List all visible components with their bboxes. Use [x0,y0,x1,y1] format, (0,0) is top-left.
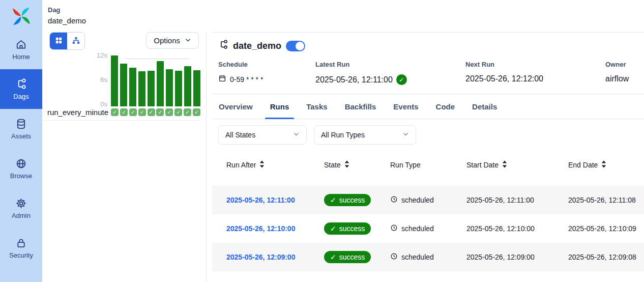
graph-view-button[interactable] [67,33,84,49]
task-instance-success-badge[interactable]: ✓ [138,108,146,116]
tab-details[interactable]: Details [472,94,497,119]
tab-events[interactable]: Events [393,94,418,119]
success-check-icon: ✓ [396,74,407,85]
airflow-logo[interactable] [0,0,42,30]
run-type-filter-select[interactable]: All Run Types [314,125,416,145]
run-after-link[interactable]: 2025-05-26, 12:10:00 [226,224,295,233]
duration-bar[interactable] [138,71,145,106]
state-badge: ✓success [324,194,371,206]
sidebar-item-label: Browse [10,172,32,180]
column-header-run-after[interactable]: Run After [226,160,265,170]
run-filters: All States All Run Types [218,125,644,145]
sort-icon [259,160,265,170]
state-badge: ✓success [324,251,371,263]
run-type-value: scheduled [401,224,434,233]
sidebar-item-assets[interactable]: Assets [0,109,42,149]
runs-table-header: Run AfterStateRun TypeStart DateEnd Date [212,154,644,176]
column-header-state[interactable]: State [324,160,349,170]
options-button[interactable]: Options [146,32,199,49]
dag-title: date_demo [233,41,281,51]
task-instance-success-badge[interactable]: ✓ [129,108,137,116]
view-toggle-group [49,32,85,50]
duration-bar[interactable] [129,68,136,106]
duration-bar[interactable] [120,64,127,106]
task-instance-success-badge[interactable]: ✓ [111,108,119,116]
home-icon [15,39,27,50]
panel-resize-divider[interactable] [206,32,207,282]
duration-bar[interactable] [193,70,200,106]
info-latest-run: Latest Run2025-05-26, 12:11:00✓ [315,61,465,85]
chevron-down-icon [293,131,300,139]
toggle-knob [296,42,304,50]
tab-runs[interactable]: Runs [270,94,289,119]
options-button-label: Options [154,36,180,45]
detail-tabs: OverviewRunsTasksBackfillsEventsCodeDeta… [212,94,644,119]
duration-reference-line [126,59,189,59]
check-icon: ✓ [330,224,336,233]
grid-view-button[interactable] [50,33,67,49]
clock-icon [390,224,398,233]
task-instance-success-badge[interactable]: ✓ [120,108,128,116]
sidebar-item-admin[interactable]: Admin [0,188,42,228]
end-date-value: 2025-05-26, 12:09:08 [568,253,644,261]
task-instance-success-badge[interactable]: ✓ [184,108,191,116]
run-after-link[interactable]: 2025-05-26, 12:11:00 [226,196,295,204]
info-value: 2025-05-26, 12:12:00 [465,74,543,83]
table-row: 2025-05-26, 12:11:00✓successscheduled202… [212,186,644,214]
runs-table: Run AfterStateRun TypeStart DateEnd Date… [212,154,644,271]
run-type-filter-value: All Run Types [321,131,365,139]
database-icon [15,118,27,130]
info-value: 0-59 * * * * [230,75,263,83]
task-instance-success-badge[interactable]: ✓ [148,108,155,116]
sidebar: HomeDagsAssetsBrowseAdminSecurity [0,0,42,282]
calendar-icon [218,74,226,84]
run-after-link[interactable]: 2025-05-26, 12:09:00 [226,253,295,261]
breadcrumb: Dag [48,6,206,14]
sort-icon [502,160,507,170]
tab-overview[interactable]: Overview [219,94,253,119]
dag-detail-header: date_demo Schedule0-59 * * * *Latest Run… [212,33,644,94]
duration-bar[interactable] [157,61,164,106]
tab-code[interactable]: Code [436,94,455,119]
duration-bar[interactable] [184,66,191,106]
column-header-start-date[interactable]: Start Date [466,160,507,170]
grid-icon [54,36,63,46]
end-date-value: 2025-05-26, 12:10:09 [568,224,644,233]
state-filter-select[interactable]: All States [218,125,307,145]
dag-pause-toggle[interactable] [286,41,305,51]
run-type-value: scheduled [401,253,434,261]
sidebar-item-label: Security [9,251,33,259]
duration-bar[interactable] [166,69,173,106]
sidebar-item-dags[interactable]: Dags [0,69,42,109]
task-name[interactable]: run_every_minute [42,108,108,117]
duration-bar[interactable] [148,71,155,106]
column-header-end-date[interactable]: End Date [568,160,606,170]
info-owner: Ownerairflow [605,61,638,85]
runs-table-body: 2025-05-26, 12:11:00✓successscheduled202… [212,186,644,271]
chevron-down-icon [185,36,191,45]
tab-backfills[interactable]: Backfills [345,94,376,119]
sidebar-item-browse[interactable]: Browse [0,149,42,188]
dag-detail-panel: date_demo Schedule0-59 * * * *Latest Run… [212,32,644,282]
task-instance-success-badge[interactable]: ✓ [156,108,164,116]
info-schedule: Schedule0-59 * * * * [218,61,315,85]
duration-bar[interactable] [175,71,182,106]
check-icon: ✓ [330,196,336,204]
sidebar-item-label: Assets [11,132,31,140]
sidebar-item-security[interactable]: Security [0,228,42,268]
left-panel-toolbar: Options [49,32,199,50]
sidebar-item-home[interactable]: Home [0,30,42,69]
tab-tasks[interactable]: Tasks [306,94,327,119]
info-value: airflow [605,74,629,83]
end-date-value: 2025-05-26, 12:11:08 [568,196,644,204]
task-instance-success-badge[interactable]: ✓ [165,108,173,116]
task-instance-success-badge[interactable]: ✓ [193,108,200,116]
duration-bar[interactable] [111,55,118,106]
lock-icon [15,237,27,249]
y-axis-tick-0s: 0s [42,100,107,108]
sort-icon [601,160,606,170]
check-icon: ✓ [330,253,336,261]
sidebar-item-label: Dags [13,93,28,100]
column-header-run-type: Run Type [390,161,421,169]
task-instance-success-badge[interactable]: ✓ [174,108,182,116]
